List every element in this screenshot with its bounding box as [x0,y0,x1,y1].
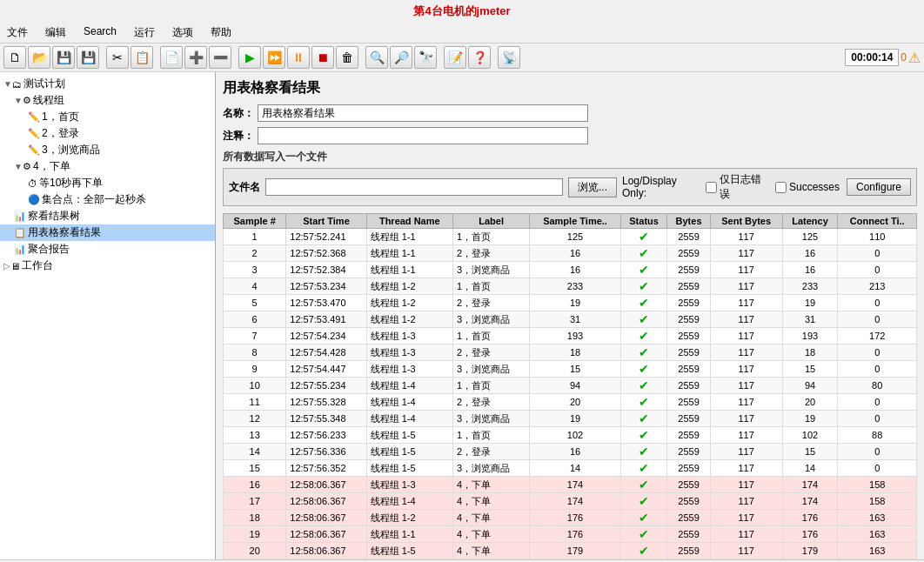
table-cell: 117 [710,278,782,295]
menu-search[interactable]: Search [80,24,120,41]
tree-item-workbench[interactable]: ▷ 🖥 工作台 [0,258,215,274]
stop-button[interactable]: ⏹ [311,46,334,69]
table-cell: 117 [710,477,782,493]
left-panel: ▼ 🗂 测试计划 ▼ ⚙ 线程组 ✏️ 1，首页 ✏️ 2，登录 ✏️ 3，浏览… [0,72,216,559]
table-cell: 3，浏览商品 [452,311,529,328]
table-cell: ✔ [620,493,667,510]
search-button[interactable]: 🔍 [365,46,388,69]
table-cell: 16 [782,245,838,262]
open-button[interactable]: 📂 [28,46,50,69]
pause-button[interactable]: ⏸ [287,46,310,69]
table-cell: 0 [838,245,917,262]
tree-item-order[interactable]: ▼ ⚙ 4，下单 [0,158,215,175]
add-button[interactable]: ➕ [184,46,207,69]
tree-item-timer[interactable]: ⏱ 等10秒再下单 [0,175,215,191]
configure-button[interactable]: Configure [847,178,911,196]
start-button[interactable]: ▶ [238,46,261,69]
table-cell: 2559 [667,295,710,311]
table-cell: 2559 [667,460,710,477]
table-cell: 12 [224,411,286,427]
menu-edit[interactable]: 编辑 [42,24,70,41]
clear-all-button[interactable]: 🗑 [336,46,358,69]
name-input[interactable] [258,104,588,122]
table-cell: 线程组 1-1 [366,245,452,262]
table-cell: 线程组 1-5 [366,460,452,477]
help-button[interactable]: ❓ [468,46,491,69]
save-as-button[interactable]: 💾 [77,46,99,69]
table-row: 1512:57:56.352线程组 1-53，浏览商品14✔2559117140 [224,460,917,477]
table-row: 812:57:54.428线程组 1-32，登录18✔2559117180 [224,345,917,361]
browse-button[interactable]: 浏览... [568,177,617,197]
log-display-label: Log/Display Only: [622,175,699,199]
table-cell: 15 [530,361,620,378]
comment-input[interactable] [258,127,588,144]
tree-item-request-1[interactable]: ✏️ 1，首页 [0,109,215,125]
table-cell: 3，浏览商品 [452,262,529,278]
tree-label: 等10秒再下单 [39,176,103,191]
menu-help[interactable]: 帮助 [207,24,235,41]
reset-zoom-button[interactable]: 🔭 [414,46,437,69]
th-sample-time: Sample Time.. [530,214,620,229]
remove-button[interactable]: ➖ [209,46,231,69]
toggle-log-button[interactable]: 📝 [444,46,466,69]
menu-options[interactable]: 选项 [169,24,197,41]
tree-item-result-tree[interactable]: 📊 察看结果树 [0,208,215,224]
table-cell: ✔ [620,295,667,311]
error-only-checkbox-wrapper[interactable]: 仅日志错误 [706,172,767,202]
copy-button[interactable]: 📋 [131,46,153,69]
menu-run[interactable]: 运行 [131,24,158,41]
paste-button[interactable]: 📄 [160,46,183,69]
save-button[interactable]: 💾 [52,46,75,69]
table-cell: 193 [530,328,620,345]
tree-item-request-3[interactable]: ✏️ 3，浏览商品 [0,142,215,158]
table-cell: 0 [838,345,917,361]
table-cell: 16 [224,477,286,493]
table-cell: 12:57:55.234 [286,378,366,394]
table-cell: 176 [530,526,620,543]
table-cell: ✔ [620,526,667,543]
table-cell: 2559 [667,477,710,493]
start-no-pause-button[interactable]: ⏩ [263,46,285,69]
table-cell: 2559 [667,444,710,460]
th-sent-bytes: Sent Bytes [710,214,782,229]
title-bar: 第4台电机的jmeter [0,0,924,23]
table-row: 612:57:53.491线程组 1-23，浏览商品31✔2559117310 [224,311,917,328]
table-cell: ✔ [620,543,667,559]
tree-item-test-plan[interactable]: ▼ 🗂 测试计划 [0,76,215,92]
cut-button[interactable]: ✂ [106,46,129,69]
warning-count: 0 [901,51,907,64]
tree-item-request-2[interactable]: ✏️ 2，登录 [0,125,215,142]
table-cell: 4，下单 [452,477,529,493]
table-cell: 14 [224,444,286,460]
table-cell: 20 [782,394,838,411]
success-checkbox-wrapper[interactable]: Successes [775,181,840,193]
table-row: 412:57:53.234线程组 1-21，首页233✔255911723321… [224,278,917,295]
file-row: 文件名 浏览... Log/Display Only: 仅日志错误 Succes… [223,168,917,206]
success-checkbox[interactable] [775,182,787,193]
table-row: 2012:58:06.367线程组 1-54，下单179✔25591171791… [224,543,917,559]
table-cell: 117 [710,378,782,394]
table-cell: 线程组 1-3 [366,328,452,345]
request-icon: ✏️ [28,128,40,139]
table-cell: ✔ [620,460,667,477]
file-input[interactable] [265,178,563,196]
table-row: 1012:57:55.234线程组 1-41，首页94✔25591179480 [224,378,917,394]
menu-file[interactable]: 文件 [3,24,31,41]
zoom-in-button[interactable]: 🔎 [390,46,412,69]
table-cell: ✔ [620,427,667,444]
tree-label: 用表格察看结果 [28,225,101,240]
th-latency: Latency [782,214,838,229]
tree-item-aggregate[interactable]: 📊 聚合报告 [0,241,215,258]
comment-label: 注释： [223,129,254,144]
tree-item-sync[interactable]: 🔵 集合点：全部一起秒杀 [0,191,215,208]
table-cell: 12:57:53.491 [286,311,366,328]
error-only-checkbox[interactable] [706,182,717,193]
new-button[interactable]: 🗋 [3,46,26,69]
table-cell: 117 [710,510,782,526]
tree-item-table-result[interactable]: 📋 用表格察看结果 [0,224,215,241]
table-cell: 线程组 1-1 [366,526,452,543]
table-cell: 2559 [667,361,710,378]
tree-item-thread-group[interactable]: ▼ ⚙ 线程组 [0,92,215,109]
panel-title: 用表格察看结果 [223,79,917,97]
remote-start-button[interactable]: 📡 [498,46,520,69]
